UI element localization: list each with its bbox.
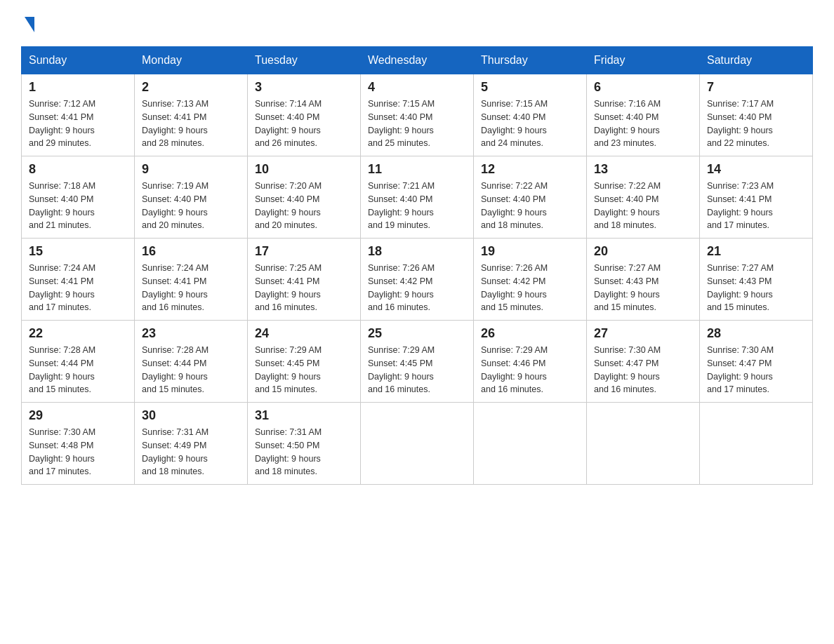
day-info: Sunrise: 7:18 AMSunset: 4:40 PMDaylight:… bbox=[29, 180, 127, 232]
day-info: Sunrise: 7:30 AMSunset: 4:48 PMDaylight:… bbox=[29, 426, 127, 478]
day-number: 3 bbox=[255, 80, 353, 95]
day-info: Sunrise: 7:19 AMSunset: 4:40 PMDaylight:… bbox=[142, 180, 240, 232]
calendar-cell: 5Sunrise: 7:15 AMSunset: 4:40 PMDaylight… bbox=[474, 74, 587, 156]
day-info: Sunrise: 7:26 AMSunset: 4:42 PMDaylight:… bbox=[368, 262, 466, 314]
day-info: Sunrise: 7:28 AMSunset: 4:44 PMDaylight:… bbox=[29, 344, 127, 396]
calendar-cell: 25Sunrise: 7:29 AMSunset: 4:45 PMDayligh… bbox=[361, 321, 474, 403]
day-info: Sunrise: 7:28 AMSunset: 4:44 PMDaylight:… bbox=[142, 344, 240, 396]
day-number: 30 bbox=[142, 408, 240, 423]
calendar-cell: 18Sunrise: 7:26 AMSunset: 4:42 PMDayligh… bbox=[361, 239, 474, 321]
calendar-cell: 14Sunrise: 7:23 AMSunset: 4:41 PMDayligh… bbox=[700, 156, 813, 239]
calendar-cell: 8Sunrise: 7:18 AMSunset: 4:40 PMDaylight… bbox=[22, 156, 135, 239]
day-info: Sunrise: 7:22 AMSunset: 4:40 PMDaylight:… bbox=[594, 180, 692, 232]
logo-triangle-icon bbox=[25, 17, 34, 32]
calendar-cell: 24Sunrise: 7:29 AMSunset: 4:45 PMDayligh… bbox=[248, 321, 361, 403]
calendar-cell: 2Sunrise: 7:13 AMSunset: 4:41 PMDaylight… bbox=[135, 74, 248, 156]
day-info: Sunrise: 7:30 AMSunset: 4:47 PMDaylight:… bbox=[594, 344, 692, 396]
day-number: 16 bbox=[142, 244, 240, 259]
day-number: 1 bbox=[29, 80, 127, 95]
calendar-cell: 6Sunrise: 7:16 AMSunset: 4:40 PMDaylight… bbox=[587, 74, 700, 156]
day-number: 31 bbox=[255, 408, 353, 423]
day-number: 14 bbox=[707, 162, 805, 177]
day-info: Sunrise: 7:26 AMSunset: 4:42 PMDaylight:… bbox=[481, 262, 579, 314]
day-info: Sunrise: 7:16 AMSunset: 4:40 PMDaylight:… bbox=[594, 98, 692, 150]
calendar-cell bbox=[700, 403, 813, 485]
day-info: Sunrise: 7:29 AMSunset: 4:45 PMDaylight:… bbox=[368, 344, 466, 396]
day-info: Sunrise: 7:25 AMSunset: 4:41 PMDaylight:… bbox=[255, 262, 353, 314]
calendar-cell: 1Sunrise: 7:12 AMSunset: 4:41 PMDaylight… bbox=[22, 74, 135, 156]
calendar-cell: 4Sunrise: 7:15 AMSunset: 4:40 PMDaylight… bbox=[361, 74, 474, 156]
day-number: 21 bbox=[707, 244, 805, 259]
day-number: 18 bbox=[368, 244, 466, 259]
day-number: 19 bbox=[481, 244, 579, 259]
weekday-header-saturday: Saturday bbox=[700, 47, 813, 74]
day-info: Sunrise: 7:13 AMSunset: 4:41 PMDaylight:… bbox=[142, 98, 240, 150]
calendar-cell: 10Sunrise: 7:20 AMSunset: 4:40 PMDayligh… bbox=[248, 156, 361, 239]
day-number: 25 bbox=[368, 326, 466, 341]
weekday-header-friday: Friday bbox=[587, 47, 700, 74]
day-info: Sunrise: 7:29 AMSunset: 4:46 PMDaylight:… bbox=[481, 344, 579, 396]
week-row-2: 8Sunrise: 7:18 AMSunset: 4:40 PMDaylight… bbox=[22, 156, 813, 239]
calendar-cell bbox=[361, 403, 474, 485]
day-number: 13 bbox=[594, 162, 692, 177]
weekday-header-sunday: Sunday bbox=[22, 47, 135, 74]
week-row-5: 29Sunrise: 7:30 AMSunset: 4:48 PMDayligh… bbox=[22, 403, 813, 485]
calendar-cell: 15Sunrise: 7:24 AMSunset: 4:41 PMDayligh… bbox=[22, 239, 135, 321]
day-info: Sunrise: 7:24 AMSunset: 4:41 PMDaylight:… bbox=[142, 262, 240, 314]
day-number: 8 bbox=[29, 162, 127, 177]
day-number: 11 bbox=[368, 162, 466, 177]
calendar-cell: 11Sunrise: 7:21 AMSunset: 4:40 PMDayligh… bbox=[361, 156, 474, 239]
weekday-header-row: SundayMondayTuesdayWednesdayThursdayFrid… bbox=[22, 47, 813, 74]
calendar-cell: 9Sunrise: 7:19 AMSunset: 4:40 PMDaylight… bbox=[135, 156, 248, 239]
day-info: Sunrise: 7:27 AMSunset: 4:43 PMDaylight:… bbox=[594, 262, 692, 314]
calendar-cell: 17Sunrise: 7:25 AMSunset: 4:41 PMDayligh… bbox=[248, 239, 361, 321]
day-info: Sunrise: 7:23 AMSunset: 4:41 PMDaylight:… bbox=[707, 180, 805, 232]
calendar-cell: 13Sunrise: 7:22 AMSunset: 4:40 PMDayligh… bbox=[587, 156, 700, 239]
calendar-cell: 21Sunrise: 7:27 AMSunset: 4:43 PMDayligh… bbox=[700, 239, 813, 321]
day-info: Sunrise: 7:21 AMSunset: 4:40 PMDaylight:… bbox=[368, 180, 466, 232]
logo bbox=[21, 14, 34, 32]
calendar-cell bbox=[474, 403, 587, 485]
calendar-cell: 20Sunrise: 7:27 AMSunset: 4:43 PMDayligh… bbox=[587, 239, 700, 321]
day-info: Sunrise: 7:30 AMSunset: 4:47 PMDaylight:… bbox=[707, 344, 805, 396]
day-info: Sunrise: 7:17 AMSunset: 4:40 PMDaylight:… bbox=[707, 98, 805, 150]
day-number: 5 bbox=[481, 80, 579, 95]
day-number: 7 bbox=[707, 80, 805, 95]
weekday-header-tuesday: Tuesday bbox=[248, 47, 361, 74]
day-number: 29 bbox=[29, 408, 127, 423]
day-number: 26 bbox=[481, 326, 579, 341]
calendar-cell: 22Sunrise: 7:28 AMSunset: 4:44 PMDayligh… bbox=[22, 321, 135, 403]
calendar-cell: 27Sunrise: 7:30 AMSunset: 4:47 PMDayligh… bbox=[587, 321, 700, 403]
day-info: Sunrise: 7:14 AMSunset: 4:40 PMDaylight:… bbox=[255, 98, 353, 150]
calendar-cell: 30Sunrise: 7:31 AMSunset: 4:49 PMDayligh… bbox=[135, 403, 248, 485]
calendar-cell: 19Sunrise: 7:26 AMSunset: 4:42 PMDayligh… bbox=[474, 239, 587, 321]
day-number: 15 bbox=[29, 244, 127, 259]
calendar-cell: 31Sunrise: 7:31 AMSunset: 4:50 PMDayligh… bbox=[248, 403, 361, 485]
page-header bbox=[21, 14, 813, 32]
weekday-header-wednesday: Wednesday bbox=[361, 47, 474, 74]
calendar-cell: 23Sunrise: 7:28 AMSunset: 4:44 PMDayligh… bbox=[135, 321, 248, 403]
calendar-cell: 26Sunrise: 7:29 AMSunset: 4:46 PMDayligh… bbox=[474, 321, 587, 403]
day-number: 12 bbox=[481, 162, 579, 177]
day-number: 27 bbox=[594, 326, 692, 341]
weekday-header-monday: Monday bbox=[135, 47, 248, 74]
calendar-cell: 29Sunrise: 7:30 AMSunset: 4:48 PMDayligh… bbox=[22, 403, 135, 485]
day-info: Sunrise: 7:15 AMSunset: 4:40 PMDaylight:… bbox=[481, 98, 579, 150]
day-number: 10 bbox=[255, 162, 353, 177]
day-number: 20 bbox=[594, 244, 692, 259]
day-info: Sunrise: 7:31 AMSunset: 4:50 PMDaylight:… bbox=[255, 426, 353, 478]
day-number: 24 bbox=[255, 326, 353, 341]
calendar-cell: 28Sunrise: 7:30 AMSunset: 4:47 PMDayligh… bbox=[700, 321, 813, 403]
week-row-3: 15Sunrise: 7:24 AMSunset: 4:41 PMDayligh… bbox=[22, 239, 813, 321]
calendar-cell: 16Sunrise: 7:24 AMSunset: 4:41 PMDayligh… bbox=[135, 239, 248, 321]
week-row-1: 1Sunrise: 7:12 AMSunset: 4:41 PMDaylight… bbox=[22, 74, 813, 156]
day-info: Sunrise: 7:15 AMSunset: 4:40 PMDaylight:… bbox=[368, 98, 466, 150]
calendar-cell: 12Sunrise: 7:22 AMSunset: 4:40 PMDayligh… bbox=[474, 156, 587, 239]
week-row-4: 22Sunrise: 7:28 AMSunset: 4:44 PMDayligh… bbox=[22, 321, 813, 403]
calendar-cell: 7Sunrise: 7:17 AMSunset: 4:40 PMDaylight… bbox=[700, 74, 813, 156]
day-info: Sunrise: 7:12 AMSunset: 4:41 PMDaylight:… bbox=[29, 98, 127, 150]
calendar-table: SundayMondayTuesdayWednesdayThursdayFrid… bbox=[21, 46, 813, 485]
day-number: 9 bbox=[142, 162, 240, 177]
day-info: Sunrise: 7:24 AMSunset: 4:41 PMDaylight:… bbox=[29, 262, 127, 314]
day-number: 6 bbox=[594, 80, 692, 95]
